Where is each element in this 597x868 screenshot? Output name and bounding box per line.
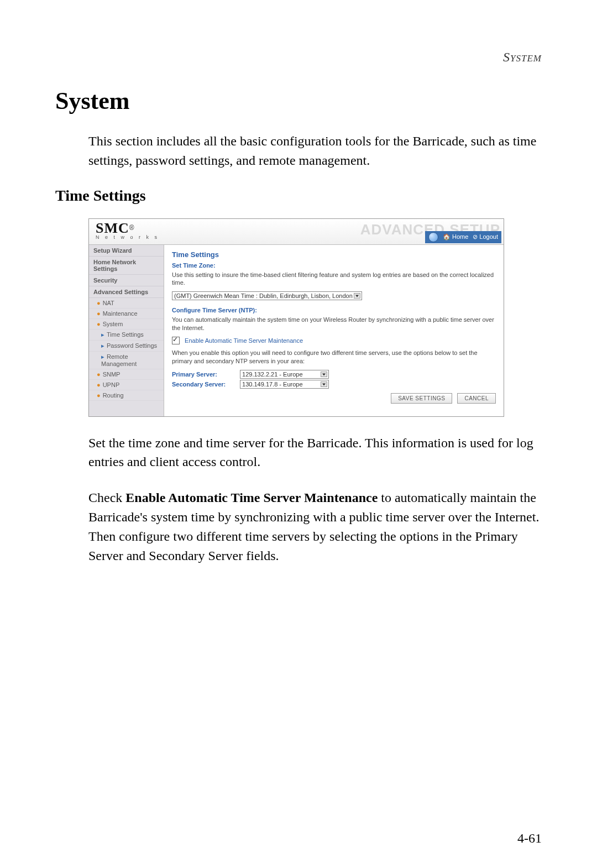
content-title: Time Settings	[172, 250, 496, 259]
paragraph-1: Set the time zone and time server for th…	[88, 433, 542, 472]
sidebar-item-setup-wizard[interactable]: Setup Wizard	[89, 245, 164, 257]
logo-registered: ®	[129, 224, 134, 232]
section-title-time-settings: Time Settings	[55, 187, 542, 205]
secondary-server-label: Secondary Server:	[172, 381, 238, 388]
sidebar-item-advanced[interactable]: Advanced Settings	[89, 286, 164, 298]
paragraph-2: Check Enable Automatic Time Server Maint…	[88, 488, 542, 565]
bold-enable-ntp: Enable Automatic Time Server Maintenance	[125, 490, 378, 505]
save-settings-button[interactable]: SAVE SETTINGS	[391, 393, 452, 404]
sidebar-item-upnp[interactable]: ●UPNP	[89, 380, 164, 390]
chevron-down-icon	[322, 373, 326, 375]
sidebar: Setup Wizard Home Network Settings Secur…	[89, 245, 164, 416]
sidebar-item-remote-management[interactable]: ▸Remote Management	[89, 352, 164, 369]
chevron-down-icon	[322, 383, 326, 385]
router-admin-screenshot: SMC® N e t w o r k s ADVANCED SETUP 🏠 Ho…	[88, 218, 504, 417]
secondary-server-value: 130.149.17.8 - Europe	[242, 381, 302, 388]
logout-link[interactable]: ⊘ Logout	[473, 233, 498, 240]
logo-subtext: N e t w o r k s	[96, 234, 159, 240]
timezone-selected-value: (GMT) Greenwich Mean Time : Dublin, Edin…	[174, 292, 353, 299]
topbar: 🏠 Home ⊘ Logout	[425, 231, 501, 243]
logo-text: SMC	[96, 220, 129, 236]
ntp-note-text: When you enable this option you will nee…	[172, 349, 496, 365]
running-head: System	[55, 50, 542, 65]
home-link[interactable]: 🏠 Home	[443, 233, 468, 240]
sidebar-item-home-network[interactable]: Home Network Settings	[89, 257, 164, 275]
ntp-title: Configure Time Server (NTP):	[172, 307, 496, 313]
sidebar-item-security[interactable]: Security	[89, 275, 164, 286]
logo: SMC® N e t w o r k s	[89, 219, 166, 240]
sidebar-item-system[interactable]: ●System	[89, 319, 164, 330]
enable-ntp-label: Enable Automatic Time Server Maintenance	[185, 337, 303, 344]
sidebar-item-maintenance[interactable]: ●Maintenance	[89, 308, 164, 319]
primary-server-select[interactable]: 129.132.2.21 - Europe	[240, 370, 329, 379]
cancel-button[interactable]: CANCEL	[457, 393, 496, 404]
enable-ntp-checkbox[interactable]	[172, 337, 180, 344]
page-title: System	[55, 87, 542, 115]
set-timezone-label: Set Time Zone:	[172, 262, 496, 269]
timezone-help-text: Use this setting to insure the time-base…	[172, 271, 496, 287]
sidebar-item-nat[interactable]: ●NAT	[89, 298, 164, 308]
globe-icon	[428, 232, 438, 242]
intro-paragraph: This section includes all the basic conf…	[88, 132, 542, 170]
app-header: SMC® N e t w o r k s ADVANCED SETUP 🏠 Ho…	[89, 219, 504, 245]
sidebar-item-snmp[interactable]: ●SNMP	[89, 369, 164, 380]
content-panel: Time Settings Set Time Zone: Use this se…	[164, 245, 504, 416]
sidebar-item-time-settings[interactable]: ▸Time Settings	[89, 330, 164, 341]
ntp-help-text: You can automatically maintain the syste…	[172, 316, 496, 332]
sidebar-item-password-settings[interactable]: ▸Password Settings	[89, 341, 164, 352]
timezone-select[interactable]: (GMT) Greenwich Mean Time : Dublin, Edin…	[172, 291, 362, 300]
primary-server-value: 129.132.2.21 - Europe	[242, 371, 302, 378]
secondary-server-select[interactable]: 130.149.17.8 - Europe	[240, 380, 329, 389]
primary-server-label: Primary Server:	[172, 371, 238, 378]
chevron-down-icon	[355, 295, 359, 297]
page-number: 4-61	[517, 831, 542, 846]
sidebar-item-routing[interactable]: ●Routing	[89, 390, 164, 401]
